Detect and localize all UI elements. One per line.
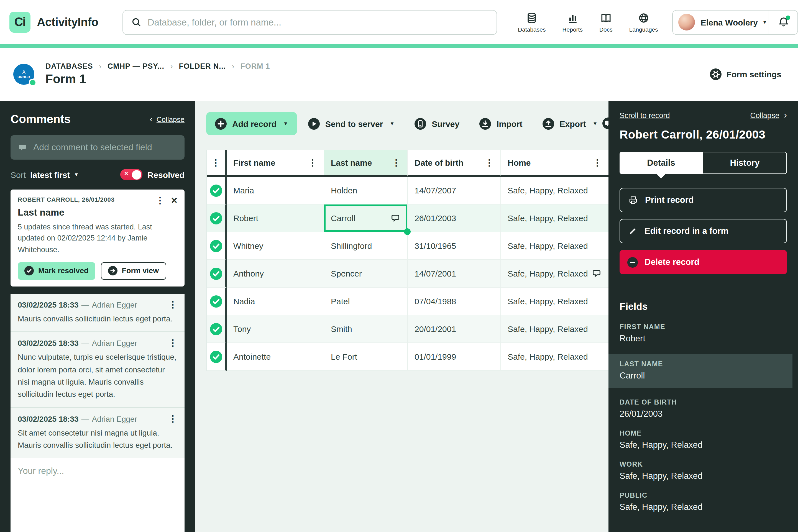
fields-heading: Fields (620, 301, 787, 312)
comments-collapse-button[interactable]: ‹ Collapse (150, 114, 185, 124)
reply-input[interactable]: Your reply... (11, 458, 185, 532)
add-comment-placeholder: Add comment to selected field (33, 142, 152, 152)
comments-list: 03/02/2025 18:33 — Adrian Egger ⋮ Mauris… (11, 294, 185, 532)
cell-comment-icon[interactable] (591, 268, 602, 279)
cell-date-of-birth[interactable]: 14/07/2001 (408, 260, 501, 288)
add-record-button[interactable]: Add record ▼ (206, 112, 297, 135)
scroll-to-record-link[interactable]: Scroll to record (620, 111, 670, 119)
cell-first-name[interactable]: Antoinette (227, 343, 324, 371)
cell-first-name[interactable]: Whitney (227, 232, 324, 260)
comment-menu-icon[interactable]: ⋮ (169, 300, 177, 309)
breadcrumb-database[interactable]: CMHP — PSY... (108, 62, 164, 70)
cell-date-of-birth[interactable]: 07/04/1988 (408, 288, 501, 315)
nav-docs[interactable]: Docs (599, 12, 613, 33)
tab-history[interactable]: History (703, 152, 787, 174)
comments-toggle-button[interactable] (602, 117, 608, 129)
resolved-toggle[interactable]: × (120, 169, 143, 180)
survey-button[interactable]: Survey (406, 112, 468, 135)
tab-details[interactable]: Details (620, 152, 703, 174)
check-circle-icon (24, 266, 34, 276)
cell-date-of-birth[interactable]: 01/01/1999 (408, 343, 501, 371)
cell-last-name[interactable]: Holden (324, 177, 408, 205)
cell-last-name[interactable]: Shillingford (324, 232, 408, 260)
cell-last-name[interactable]: Patel (324, 288, 408, 315)
check-circle-icon (209, 239, 223, 252)
add-comment-input[interactable]: Add comment to selected field (11, 135, 185, 159)
user-menu[interactable]: Elena Woolery ▼ (672, 10, 798, 35)
mark-resolved-button[interactable]: Mark resolved (18, 262, 95, 280)
edit-record-button[interactable]: Edit record in a form (620, 219, 787, 243)
comment-menu-icon[interactable]: ⋮ (169, 414, 177, 423)
resolved-label: Resolved (148, 170, 185, 179)
send-to-server-button[interactable]: Send to server ▼ (299, 112, 403, 135)
column-header-date-of-birth[interactable]: Date of birth⋮ (408, 150, 501, 177)
print-record-button[interactable]: Print record (620, 188, 787, 212)
export-button[interactable]: Export ▼ (534, 112, 607, 135)
cell-home[interactable]: Safe, Happy, Relaxed (501, 205, 608, 232)
column-menu-icon[interactable]: ⋮ (485, 158, 494, 167)
column-header-home[interactable]: Home⋮ (501, 150, 608, 177)
row-status-cell[interactable] (207, 343, 227, 371)
cell-comment-icon[interactable] (390, 213, 401, 223)
cell-date-of-birth[interactable]: 20/01/2001 (408, 315, 501, 343)
cell-home[interactable]: Safe, Happy, Relaxed (501, 177, 608, 205)
cell-first-name[interactable]: Anthony (227, 260, 324, 288)
nav-languages[interactable]: Languages (629, 12, 658, 33)
arrow-right-circle-icon (108, 266, 117, 276)
cell-last-name[interactable]: Le Fort (324, 343, 408, 371)
nav-databases[interactable]: Databases (518, 12, 546, 33)
column-header-last-name[interactable]: Last name⋮ (324, 150, 408, 177)
cell-last-name[interactable]: Smith (324, 315, 408, 343)
thread-menu-icon[interactable]: ⋮ (156, 196, 165, 205)
cell-home[interactable]: Safe, Happy, Relaxed (501, 232, 608, 260)
comment-thread-card: ROBERT CARROLL, 26/01/2003 ⋮ × Last name… (11, 190, 185, 286)
cell-home[interactable]: Safe, Happy, Relaxed (501, 288, 608, 315)
row-status-cell[interactable] (207, 205, 227, 232)
row-status-cell[interactable] (207, 260, 227, 288)
cell-first-name[interactable]: Nadia (227, 288, 324, 315)
column-header-first-name[interactable]: First name⋮ (227, 150, 324, 177)
row-status-cell[interactable] (207, 177, 227, 205)
notifications-button[interactable] (768, 10, 797, 34)
delete-record-button[interactable]: Delete record (620, 250, 787, 274)
thread-summary: 5 updates since thread was started. Last… (18, 222, 177, 255)
field-first-name: FIRST NAME Robert (620, 323, 787, 344)
globe-icon (637, 12, 650, 24)
activityinfo-logo-icon[interactable]: Ci (10, 12, 30, 33)
cell-date-of-birth[interactable]: 14/07/2007 (408, 177, 501, 205)
selection-handle[interactable] (404, 228, 411, 235)
row-status-cell[interactable] (207, 315, 227, 343)
form-view-button[interactable]: Form view (101, 262, 166, 280)
form-settings-button[interactable]: Form settings (710, 69, 781, 80)
row-status-cell[interactable] (207, 288, 227, 315)
cell-home[interactable]: Safe, Happy, Relaxed (501, 260, 608, 288)
import-button[interactable]: Import (471, 112, 531, 135)
column-menu-icon[interactable]: ⋮ (308, 158, 317, 167)
cell-date-of-birth[interactable]: 26/01/2003 (408, 205, 501, 232)
column-menu-icon[interactable]: ⋮ (211, 158, 220, 167)
cell-home[interactable]: Safe, Happy, Relaxed (501, 315, 608, 343)
field-last-name-selected[interactable]: LAST NAME Carroll (608, 354, 793, 388)
cell-first-name[interactable]: Robert (227, 205, 324, 232)
column-menu-icon[interactable]: ⋮ (593, 158, 602, 167)
close-icon[interactable]: × (171, 196, 177, 205)
selected-cell-last-name[interactable]: Carroll (324, 205, 408, 232)
cell-last-name[interactable]: Spencer (324, 260, 408, 288)
comment-menu-icon[interactable]: ⋮ (169, 339, 177, 347)
breadcrumb-folder[interactable]: FOLDER N... (179, 62, 226, 70)
cell-home[interactable]: Safe, Happy, Relaxed (501, 343, 608, 371)
row-status-cell[interactable] (207, 232, 227, 260)
primary-nav: Databases Reports Docs Languages (518, 12, 658, 33)
cell-date-of-birth[interactable]: 31/10/1965 (408, 232, 501, 260)
global-search-input[interactable]: Database, folder, or form name... (123, 10, 497, 35)
nav-reports[interactable]: Reports (562, 12, 583, 33)
cell-first-name[interactable]: Maria (227, 177, 324, 205)
record-detail-panel: Scroll to record Collapse › Robert Carro… (608, 101, 798, 532)
cell-first-name[interactable]: Tony (227, 315, 324, 343)
panel-collapse-button[interactable]: Collapse › (750, 110, 787, 121)
sort-value-dropdown[interactable]: latest first (30, 170, 70, 179)
comment-text: Mauris convallis sollicitudin lectus ege… (18, 312, 177, 325)
column-menu-icon[interactable]: ⋮ (392, 158, 401, 167)
breadcrumb-databases[interactable]: DATABASES (45, 62, 93, 70)
status-column-header[interactable]: ⋮ (207, 150, 227, 177)
